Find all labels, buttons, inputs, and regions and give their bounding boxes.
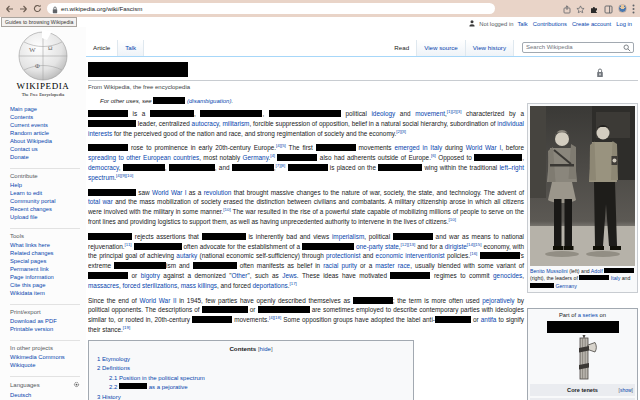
sidebar-link-what-links-here[interactable]: What links here <box>10 241 86 249</box>
toc-item[interactable]: 3 History <box>97 393 405 400</box>
citation-ref[interactable]: [4][5] <box>276 143 286 148</box>
sidebar-link-wikiquote[interactable]: Wikiquote <box>10 361 86 369</box>
wiki-link[interactable]: 3 History <box>97 394 121 400</box>
reload-button[interactable] <box>32 4 42 14</box>
wiki-link[interactable]: autocracy <box>192 120 219 127</box>
bookmark-star-icon[interactable] <box>576 0 585 18</box>
sidebar-link-recent-changes[interactable]: Recent changes <box>10 205 86 213</box>
toc-item[interactable]: 1 Etymology <box>97 355 405 365</box>
citation-ref[interactable]: [12][13] <box>401 241 416 246</box>
citation-ref[interactable]: [19] <box>123 325 130 330</box>
wiki-link[interactable]: mass killings <box>181 282 217 289</box>
sidebar-link-about-wikipedia[interactable]: About Wikipedia <box>10 137 86 145</box>
citation-ref[interactable]: [4][18] <box>269 315 281 320</box>
wiki-link[interactable]: autarky <box>176 252 197 259</box>
search-icon[interactable] <box>623 38 631 56</box>
wiki-link[interactable]: one-party state <box>356 243 399 250</box>
wiki-link[interactable]: massacres <box>88 282 119 289</box>
tab-read[interactable]: Read <box>387 40 417 56</box>
search-input[interactable] <box>523 44 623 50</box>
sidebar-link-learn-to-edit[interactable]: Learn to edit <box>10 189 86 197</box>
wiki-link[interactable]: World War II <box>140 297 177 304</box>
personal-link-contributions[interactable]: Contributions <box>533 21 567 27</box>
menu-dots-icon[interactable] <box>632 0 635 18</box>
wiki-link[interactable]: a series <box>578 312 598 318</box>
citation-ref[interactable]: [1][2][3] <box>447 109 462 114</box>
wiki-link[interactable]: imperialism <box>332 233 364 240</box>
wiki-link[interactable]: World War I <box>152 189 186 196</box>
tab-view-source[interactable]: View source <box>417 40 466 56</box>
wiki-link[interactable]: spreading to other European countries <box>88 154 199 161</box>
wiki-link[interactable]: 2.1 Position in the political spectrum <box>109 375 205 381</box>
address-bar[interactable]: en.wikipedia.org/wiki/Fascism <box>47 3 495 14</box>
toc-item[interactable]: 2.2 as a pejorative <box>97 383 405 393</box>
personal-link-log-in[interactable]: Log in <box>616 21 632 27</box>
tab-panel-icon[interactable] <box>604 0 613 18</box>
citation-ref[interactable]: [11] <box>125 241 132 246</box>
series-show-toggle[interactable]: show <box>620 387 632 393</box>
toc-hide-toggle[interactable]: hide <box>260 346 271 352</box>
wiki-link[interactable]: bigotry <box>141 272 160 279</box>
back-button[interactable] <box>4 4 14 14</box>
personal-link-talk[interactable]: Talk <box>517 21 527 27</box>
wiki-link[interactable]: revolution <box>204 189 232 196</box>
sidebar-link-contact-us[interactable]: Contact us <box>10 145 86 153</box>
tab-article[interactable]: Article <box>86 40 118 56</box>
toc-item[interactable]: 2.1 Position in the political spectrum <box>97 374 405 384</box>
share-icon[interactable] <box>563 0 571 18</box>
extensions-puzzle-icon[interactable] <box>590 0 599 18</box>
wiki-link[interactable]: total war <box>88 198 113 205</box>
wiki-link[interactable]: (disambiguation) <box>187 98 231 104</box>
wiki-link[interactable]: economic interventionist <box>376 252 445 259</box>
wiki-link[interactable]: Jews <box>282 272 297 279</box>
citation-ref[interactable]: [7][8] <box>276 163 286 168</box>
toc-item[interactable]: 2 Definitions <box>97 364 405 374</box>
wiki-link[interactable]: master race <box>375 262 410 269</box>
sidebar-link-upload-file[interactable]: Upload file <box>10 213 86 221</box>
profile-avatar[interactable] <box>618 4 627 13</box>
sidebar-link-wikimedia-commons[interactable]: Wikimedia Commons <box>10 353 86 361</box>
wikipedia-globe-logo[interactable]: W Ω Ф <box>17 29 69 81</box>
wiki-link[interactable]: Other <box>231 272 247 279</box>
citation-ref[interactable]: [14][15] <box>467 241 482 246</box>
wiki-link[interactable]: dirigiste <box>445 243 467 250</box>
sidebar-link-permanent-link[interactable]: Permanent link <box>10 265 86 273</box>
infobox-image[interactable] <box>530 106 635 266</box>
sidebar-link-community-portal[interactable]: Community portal <box>10 197 86 205</box>
page-protection-lock-icon[interactable] <box>596 64 604 82</box>
wiki-link[interactable]: Italy <box>611 275 621 281</box>
wiki-link[interactable]: protectionist <box>326 252 360 259</box>
wiki-link[interactable]: genocides <box>493 272 522 279</box>
personal-link-create-account[interactable]: Create account <box>572 21 611 27</box>
sidebar-link-related-changes[interactable]: Related changes <box>10 249 86 257</box>
sidebar-link-main-page[interactable]: Main page <box>10 105 86 113</box>
wiki-link[interactable]: 2.2 <box>109 384 119 390</box>
wiki-link[interactable]: emerged in Italy <box>394 144 442 151</box>
citation-ref[interactable]: [17] <box>289 281 296 286</box>
wiki-link[interactable]: Adolf <box>591 268 603 274</box>
wiki-link[interactable]: as a pejorative <box>147 384 188 390</box>
sidebar-link-wikidata-item[interactable]: Wikidata item <box>10 289 86 297</box>
citation-ref[interactable]: [10] <box>449 217 456 222</box>
wiki-link[interactable]: pejoratively <box>482 297 514 304</box>
wiki-link[interactable]: Benito Mussolini <box>530 268 568 274</box>
forward-button[interactable] <box>18 4 28 14</box>
sidebar-link-contents[interactable]: Contents <box>10 113 86 121</box>
sidebar-link-printable-version[interactable]: Printable version <box>10 325 86 333</box>
wiki-link[interactable]: movement <box>415 110 445 117</box>
sidebar-link-donate[interactable]: Donate <box>10 153 86 161</box>
wiki-link[interactable]: democracy <box>88 164 119 171</box>
sidebar-link-help[interactable]: Help <box>10 181 86 189</box>
sidebar-link-special-pages[interactable]: Special pages <box>10 257 86 265</box>
wiki-link[interactable]: ideology <box>371 110 395 117</box>
tab-talk[interactable]: Talk <box>118 40 144 56</box>
sidebar-link-deutsch[interactable]: Deutsch <box>10 391 86 399</box>
wiki-link[interactable]: militarism <box>222 120 249 127</box>
wiki-link[interactable]: 1 Etymology <box>97 356 130 362</box>
wiki-link[interactable]: forced sterilizations <box>122 282 177 289</box>
sidebar-link-random-article[interactable]: Random article <box>10 129 86 137</box>
sidebar-link-page-information[interactable]: Page information <box>10 273 86 281</box>
languages-gear-icon[interactable] <box>73 381 80 389</box>
sidebar-link-download-as-pdf[interactable]: Download as PDF <box>10 317 86 325</box>
wiki-link[interactable]: deportations <box>253 282 288 289</box>
